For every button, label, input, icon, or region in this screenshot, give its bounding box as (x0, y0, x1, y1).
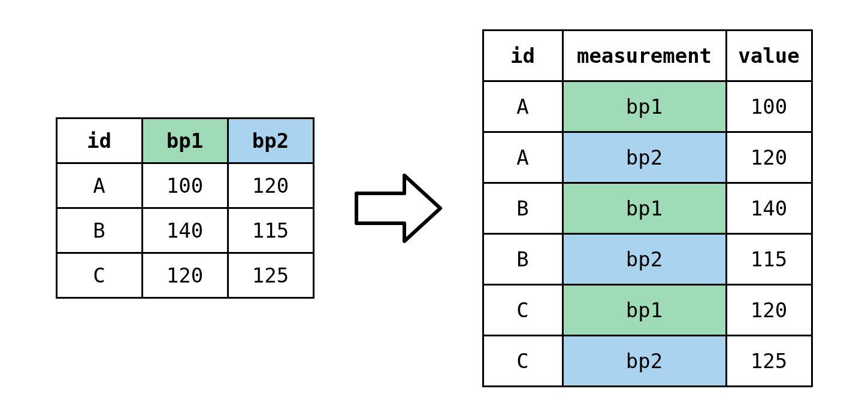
cell-bp1: 120 (142, 253, 228, 298)
cell-bp2: 125 (228, 253, 313, 298)
long-header-measurement: measurement (562, 30, 726, 81)
table-row: B bp1 140 (483, 183, 812, 233)
cell-bp2: 120 (228, 163, 313, 208)
table-row: A bp1 100 (483, 81, 812, 132)
cell-value: 140 (726, 183, 812, 233)
long-header-id: id (483, 30, 562, 81)
long-header-value: value (726, 30, 812, 81)
transform-arrow-icon (350, 160, 446, 256)
cell-measurement: bp1 (562, 81, 726, 132)
cell-measurement: bp2 (562, 233, 726, 284)
cell-value: 115 (726, 233, 812, 284)
cell-id: C (56, 253, 142, 298)
table-row: C 120 125 (56, 253, 313, 298)
diagram-canvas: id bp1 bp2 A 100 120 B 140 115 C (0, 0, 868, 416)
cell-id: A (56, 163, 142, 208)
cell-id: B (483, 183, 562, 233)
cell-id: C (483, 284, 562, 335)
cell-measurement: bp1 (562, 183, 726, 233)
cell-id: B (56, 208, 142, 253)
table-row: C bp1 120 (483, 284, 812, 335)
cell-value: 120 (726, 284, 812, 335)
cell-measurement: bp2 (562, 335, 726, 386)
cell-value: 120 (726, 132, 812, 183)
table-row: B 140 115 (56, 208, 313, 253)
cell-id: C (483, 335, 562, 386)
cell-value: 125 (726, 335, 812, 386)
cell-measurement: bp1 (562, 284, 726, 335)
table-row: B bp2 115 (483, 233, 812, 284)
cell-value: 100 (726, 81, 812, 132)
long-table-header-row: id measurement value (483, 30, 812, 81)
wide-header-bp2: bp2 (228, 119, 313, 163)
table-row: A bp2 120 (483, 132, 812, 183)
cell-bp2: 115 (228, 208, 313, 253)
table-row: A 100 120 (56, 163, 313, 208)
long-table: id measurement value A bp1 100 A bp2 120… (482, 29, 813, 387)
cell-id: A (483, 81, 562, 132)
cell-id: A (483, 132, 562, 183)
wide-table-wrapper: id bp1 bp2 A 100 120 B 140 115 C (56, 0, 314, 416)
wide-header-id: id (56, 119, 142, 163)
table-row: C bp2 125 (483, 335, 812, 386)
wide-header-bp1: bp1 (142, 119, 228, 163)
cell-id: B (483, 233, 562, 284)
wide-table: id bp1 bp2 A 100 120 B 140 115 C (56, 117, 314, 299)
svg-marker-0 (356, 175, 440, 241)
cell-bp1: 140 (142, 208, 228, 253)
cell-measurement: bp2 (562, 132, 726, 183)
wide-table-header-row: id bp1 bp2 (56, 119, 313, 163)
cell-bp1: 100 (142, 163, 228, 208)
